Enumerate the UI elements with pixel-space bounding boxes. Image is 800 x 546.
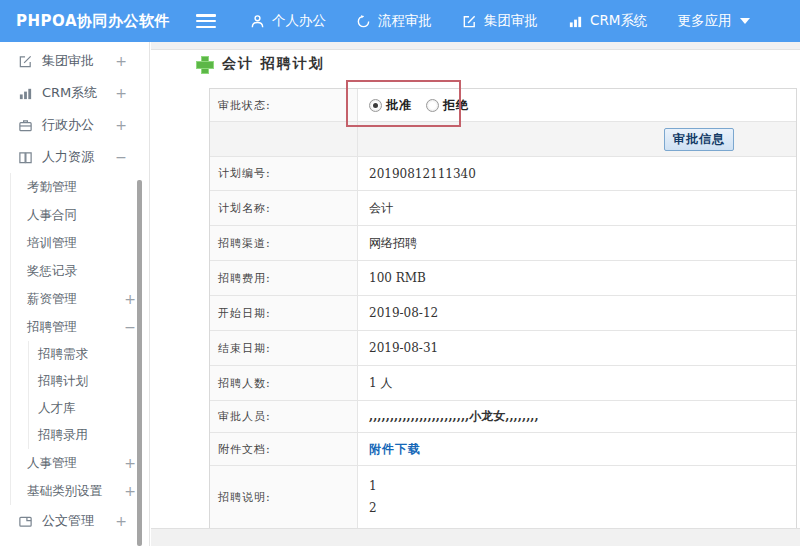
sidebar-item-talent-pool[interactable]: 人才库 xyxy=(29,395,149,422)
radio-unselected-icon[interactable] xyxy=(426,99,439,112)
field-value: ,,,,,,,,,,,,,,,,,,,,,,,,小龙女,,,,,,,, xyxy=(358,401,796,432)
radio-approve[interactable]: 批准 xyxy=(369,97,412,114)
nav-item-label: CRM系统 xyxy=(590,12,647,30)
sidebar-item-personnel-mgmt[interactable]: 人事管理 + xyxy=(11,449,149,477)
sidebar-item-recruit-mgmt[interactable]: 招聘管理 − xyxy=(11,313,149,341)
field-label: 计划编号: xyxy=(210,157,358,190)
hamburger-menu-icon[interactable] xyxy=(196,14,216,28)
expand-plus-icon[interactable]: + xyxy=(115,513,127,529)
sidebar: 集团审批 + CRM系统 + 行政办公 + 人力资源 − 考勤管理 人事合同 培… xyxy=(0,42,150,546)
process-icon xyxy=(356,14,371,29)
edit-icon xyxy=(18,54,33,69)
field-label: 审批人员: xyxy=(210,401,358,432)
description-line: 1 xyxy=(369,479,377,493)
hr-submenu: 考勤管理 人事合同 培训管理 奖惩记录 薪资管理 + 招聘管理 − 招聘需求 招… xyxy=(10,173,149,505)
sidebar-item-label: 人事合同 xyxy=(27,207,77,224)
field-value: 1 2 xyxy=(358,466,796,528)
radio-selected-icon[interactable] xyxy=(369,99,382,112)
table-row-end-date: 结束日期: 2019-08-31 xyxy=(210,331,796,366)
expand-plus-icon[interactable]: + xyxy=(124,455,136,471)
sidebar-item-label: 招聘计划 xyxy=(38,373,88,390)
table-row-approvers: 审批人员: ,,,,,,,,,,,,,,,,,,,,,,,,小龙女,,,,,,,… xyxy=(210,401,796,433)
field-value: 100 RMB xyxy=(358,261,796,295)
radio-label: 批准 xyxy=(386,97,412,114)
field-value: 网络招聘 xyxy=(358,226,796,260)
page-header: 会计 招聘计划 xyxy=(196,55,325,73)
nav-item-crm-system[interactable]: CRM系统 xyxy=(568,12,647,30)
sidebar-item-admin-office[interactable]: 行政办公 + xyxy=(0,109,149,141)
app-logo: PHPOA协同办公软件 xyxy=(0,12,196,31)
document-icon xyxy=(18,514,33,529)
sidebar-item-personnel-contract[interactable]: 人事合同 xyxy=(11,201,149,229)
sidebar-item-official-doc-mgmt[interactable]: 公文管理 + xyxy=(0,505,149,537)
table-row-approval-status: 审批状态: 批准 拒绝 xyxy=(210,89,796,122)
expand-plus-icon[interactable]: + xyxy=(115,85,127,101)
field-label: 附件文档: xyxy=(210,433,358,465)
edit-icon xyxy=(462,14,477,29)
sidebar-item-reward-punishment[interactable]: 奖惩记录 xyxy=(11,257,149,285)
table-row-description: 招聘说明: 1 2 xyxy=(210,466,796,528)
detail-table: 审批状态: 批准 拒绝 xyxy=(209,88,797,529)
user-icon xyxy=(250,14,265,29)
nav-item-group-approval[interactable]: 集团审批 xyxy=(462,12,538,30)
radio-reject[interactable]: 拒绝 xyxy=(426,97,469,114)
sidebar-scrollbar[interactable] xyxy=(137,180,142,546)
field-value: 会计 xyxy=(358,191,796,225)
top-nav-menu: 个人办公 流程审批 集团审批 CRM系统 更多应用 xyxy=(250,12,750,30)
table-row-plan-name: 计划名称: 会计 xyxy=(210,191,796,226)
collapse-minus-icon[interactable]: − xyxy=(124,319,136,335)
sidebar-item-human-resources[interactable]: 人力资源 − xyxy=(0,141,149,173)
approve-info-button[interactable]: 审批信息 xyxy=(664,128,734,151)
table-row-plan-number: 计划编号: 20190812111340 xyxy=(210,157,796,191)
field-value: 1 人 xyxy=(358,366,796,400)
collapse-minus-icon[interactable]: − xyxy=(115,149,127,165)
sidebar-item-label: 招聘管理 xyxy=(27,319,77,336)
nav-item-label: 个人办公 xyxy=(272,12,326,30)
recruit-submenu: 招聘需求 招聘计划 人才库 招聘录用 xyxy=(28,341,149,449)
sidebar-item-recruit-demand[interactable]: 招聘需求 xyxy=(29,341,149,368)
sidebar-item-label: 薪资管理 xyxy=(27,291,77,308)
sidebar-item-attendance-mgmt[interactable]: 考勤管理 xyxy=(11,173,149,201)
field-label: 结束日期: xyxy=(210,331,358,365)
sidebar-item-crm-system[interactable]: CRM系统 + xyxy=(0,77,149,109)
sidebar-item-group-approval[interactable]: 集团审批 + xyxy=(0,45,149,77)
sidebar-item-label: 公文管理 xyxy=(42,512,94,530)
sidebar-item-base-category-settings[interactable]: 基础类别设置 + xyxy=(11,477,149,505)
bar-chart-icon xyxy=(568,14,583,29)
sidebar-item-label: 集团审批 xyxy=(42,52,94,70)
expand-plus-icon[interactable]: + xyxy=(115,53,127,69)
attachment-download-link[interactable]: 附件下载 xyxy=(369,441,421,458)
sidebar-item-label: 考勤管理 xyxy=(27,179,77,196)
approval-radio-group: 批准 拒绝 xyxy=(369,97,469,114)
table-row-recruit-cost: 招聘费用: 100 RMB xyxy=(210,261,796,296)
field-label xyxy=(210,122,358,156)
expand-plus-icon[interactable]: + xyxy=(124,291,136,307)
field-value: 2019-08-31 xyxy=(358,331,796,365)
main-content: 会计 招聘计划 审批状态: 批准 拒绝 xyxy=(151,42,800,546)
nav-item-more-apps[interactable]: 更多应用 xyxy=(677,12,750,30)
field-value: 20190812111340 xyxy=(358,157,796,190)
sidebar-item-label: 招聘需求 xyxy=(38,346,88,363)
caret-down-icon xyxy=(740,18,750,24)
description-line: 2 xyxy=(369,501,377,515)
sidebar-item-salary-mgmt[interactable]: 薪资管理 + xyxy=(11,285,149,313)
bar-chart-icon xyxy=(18,86,33,101)
field-label: 开始日期: xyxy=(210,296,358,330)
page-title: 会计 招聘计划 xyxy=(222,55,325,73)
expand-plus-icon[interactable]: + xyxy=(124,483,136,499)
field-label: 计划名称: xyxy=(210,191,358,225)
nav-item-process-approval[interactable]: 流程审批 xyxy=(356,12,432,30)
nav-item-label: 流程审批 xyxy=(378,12,432,30)
table-row-start-date: 开始日期: 2019-08-12 xyxy=(210,296,796,331)
sidebar-item-recruit-plan[interactable]: 招聘计划 xyxy=(29,368,149,395)
sidebar-item-label: 行政办公 xyxy=(42,116,94,134)
top-divider-band xyxy=(151,42,800,50)
sidebar-item-vehicle-mgmt[interactable]: 用车管理 + xyxy=(0,537,149,546)
nav-item-personal-office[interactable]: 个人办公 xyxy=(250,12,326,30)
sidebar-item-training-mgmt[interactable]: 培训管理 xyxy=(11,229,149,257)
expand-plus-icon[interactable]: + xyxy=(115,117,127,133)
field-value: 附件下载 xyxy=(358,433,796,465)
field-label: 招聘费用: xyxy=(210,261,358,295)
top-navigation-bar: PHPOA协同办公软件 个人办公 流程审批 集团审批 xyxy=(0,0,800,42)
sidebar-item-recruit-hire[interactable]: 招聘录用 xyxy=(29,422,149,449)
